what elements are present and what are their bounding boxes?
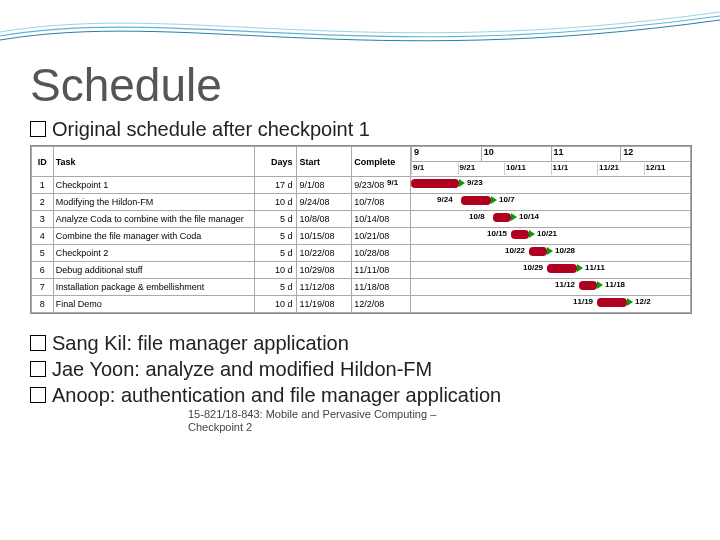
col-id: ID [32,147,54,177]
gantt-bar [529,247,547,256]
cell-bar: 10/810/14 [411,211,691,228]
cell-complete: 10/7/08 [352,194,411,211]
bullet-text: Jae Yoon: analyze and modified Hildon-FM [52,358,432,380]
cell-start: 10/15/08 [297,228,352,245]
cell-complete: 12/2/08 [352,296,411,313]
table-row: 1Checkpoint 117 d9/1/089/23/089/19/23 [32,177,691,194]
subtitle-text: Original schedule after checkpoint 1 [52,118,370,140]
cell-start: 10/8/08 [297,211,352,228]
col-complete: Complete [352,147,411,177]
cell-start: 9/1/08 [297,177,352,194]
gantt-bar [511,230,529,239]
tick-label: 12/11 [644,163,691,175]
cell-days: 5 d [255,228,297,245]
cell-days: 10 d [255,296,297,313]
bar-start-label: 10/15 [487,229,507,238]
bullet-item: Jae Yoon: analyze and modified Hildon-FM [30,358,690,381]
footer: 15-821/18-843: Mobile and Pervasive Comp… [188,408,690,434]
cell-id: 8 [32,296,54,313]
bar-start-label: 9/24 [437,195,453,204]
bar-end-label: 9/23 [467,178,483,187]
table-row: 2Modifying the Hildon-FM10 d9/24/0810/7/… [32,194,691,211]
col-ticks: 9/1 9/21 10/11 11/1 11/21 12/11 [411,162,691,177]
bullet-marker [30,387,46,403]
bullet-list: Sang Kil: file manager application Jae Y… [30,332,690,407]
footer-line2: Checkpoint 2 [188,421,252,433]
cell-bar: 9/2410/7 [411,194,691,211]
month-label: 12 [620,147,690,161]
cell-bar: 9/19/23 [411,177,691,194]
bullet-item: Sang Kil: file manager application [30,332,690,355]
month-label: 10 [481,147,551,161]
bar-end-label: 12/2 [635,297,651,306]
table-row: 7Installation package & embellishment5 d… [32,279,691,296]
cell-id: 7 [32,279,54,296]
gantt-table: ID Task Days Start Complete 9 10 11 12 [30,145,692,314]
subtitle: Original schedule after checkpoint 1 [30,118,690,141]
bar-start-label: 10/29 [523,263,543,272]
cell-start: 11/19/08 [297,296,352,313]
cell-complete: 10/21/08 [352,228,411,245]
cell-bar: 10/1510/21 [411,228,691,245]
col-days: Days [255,147,297,177]
cell-days: 10 d [255,262,297,279]
cell-task: Checkpoint 1 [53,177,254,194]
bar-end-label: 11/11 [585,263,605,272]
bullet-marker [30,335,46,351]
bar-end-label: 10/14 [519,212,539,221]
bullet-item: Anoop: authentication and file manager a… [30,384,690,407]
cell-complete: 11/18/08 [352,279,411,296]
gantt-bar [579,281,597,290]
bar-start-label: 10/22 [505,246,525,255]
cell-id: 4 [32,228,54,245]
cell-start: 11/12/08 [297,279,352,296]
cell-complete: 10/14/08 [352,211,411,228]
col-months: 9 10 11 12 [411,147,691,162]
cell-id: 2 [32,194,54,211]
bullet-marker [30,121,46,137]
cell-id: 6 [32,262,54,279]
cell-bar: 11/1912/2 [411,296,691,313]
bullet-marker [30,361,46,377]
cell-task: Checkpoint 2 [53,245,254,262]
cell-days: 17 d [255,177,297,194]
cell-days: 5 d [255,245,297,262]
page-title: Schedule [30,58,690,112]
cell-task: Final Demo [53,296,254,313]
cell-id: 3 [32,211,54,228]
slide: Schedule Original schedule after checkpo… [0,0,720,540]
month-label: 11 [551,147,621,161]
bar-start-label: 9/1 [387,178,398,187]
bullet-text: Sang Kil: file manager application [52,332,349,354]
tick-label: 9/1 [411,163,458,175]
table-row: 8Final Demo10 d11/19/0812/2/0811/1912/2 [32,296,691,313]
gantt-bar [547,264,577,273]
table-row: 5Checkpoint 25 d10/22/0810/28/0810/2210/… [32,245,691,262]
bullet-text: Anoop: authentication and file manager a… [52,384,501,406]
cell-start: 10/22/08 [297,245,352,262]
cell-bar: 10/2210/28 [411,245,691,262]
cell-task: Installation package & embellishment [53,279,254,296]
cell-task: Debug additional stuff [53,262,254,279]
cell-start: 10/29/08 [297,262,352,279]
tick-label: 11/1 [551,163,598,175]
tick-label: 9/21 [458,163,505,175]
table-row: 4Combine the file manager with Coda5 d10… [32,228,691,245]
cell-complete: 10/28/08 [352,245,411,262]
gantt-bar [461,196,491,205]
gantt-bar [493,213,511,222]
bar-end-label: 10/28 [555,246,575,255]
col-start: Start [297,147,352,177]
tick-label: 11/21 [597,163,644,175]
bar-start-label: 11/19 [573,297,593,306]
bar-end-label: 10/21 [537,229,557,238]
cell-id: 1 [32,177,54,194]
cell-task: Combine the file manager with Coda [53,228,254,245]
month-label: 9 [411,147,481,161]
bar-start-label: 11/12 [555,280,575,289]
footer-course: 15-821/18-843: Mobile and Pervasive Comp… [188,408,436,420]
cell-days: 10 d [255,194,297,211]
cell-days: 5 d [255,211,297,228]
cell-bar: 11/1211/18 [411,279,691,296]
gantt-bar [411,179,459,188]
